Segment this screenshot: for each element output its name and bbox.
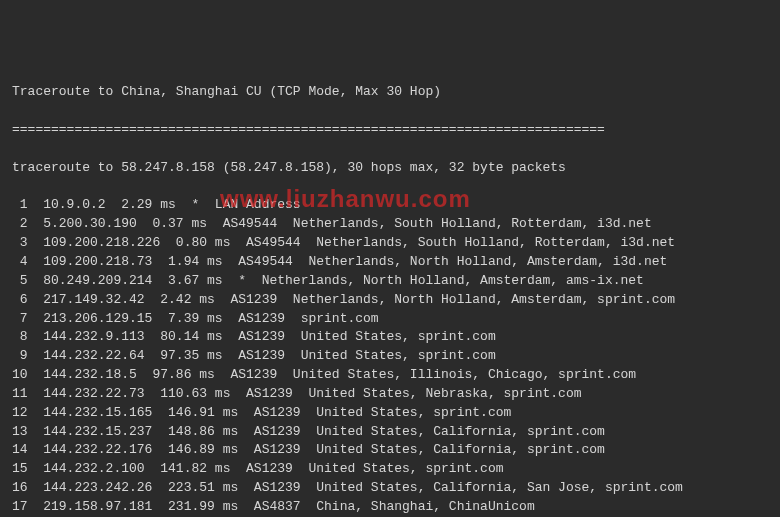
hop-row: 3 109.200.218.226 0.80 ms AS49544 Nether… [12,234,768,253]
hop-row: 2 5.200.30.190 0.37 ms AS49544 Netherlan… [12,215,768,234]
hop-row: 17 219.158.97.181 231.99 ms AS4837 China… [12,498,768,517]
hop-row: 10 144.232.18.5 97.86 ms AS1239 United S… [12,366,768,385]
hop-row: 13 144.232.15.237 148.86 ms AS1239 Unite… [12,423,768,442]
separator-line: ========================================… [12,121,768,140]
hop-row: 5 80.249.209.214 3.67 ms * Netherlands, … [12,272,768,291]
hop-row: 11 144.232.22.73 110.63 ms AS1239 United… [12,385,768,404]
hop-row: 7 213.206.129.15 7.39 ms AS1239 sprint.c… [12,310,768,329]
hop-row: 15 144.232.2.100 141.82 ms AS1239 United… [12,460,768,479]
traceroute-title: Traceroute to China, Shanghai CU (TCP Mo… [12,83,768,102]
hops-list: 1 10.9.0.2 2.29 ms * LAN Address 2 5.200… [12,196,768,517]
traceroute-header: traceroute to 58.247.8.158 (58.247.8.158… [12,159,768,178]
hop-row: 14 144.232.22.176 146.89 ms AS1239 Unite… [12,441,768,460]
hop-row: 6 217.149.32.42 2.42 ms AS1239 Netherlan… [12,291,768,310]
hop-row: 4 109.200.218.73 1.94 ms AS49544 Netherl… [12,253,768,272]
hop-row: 8 144.232.9.113 80.14 ms AS1239 United S… [12,328,768,347]
hop-row: 9 144.232.22.64 97.35 ms AS1239 United S… [12,347,768,366]
hop-row: 1 10.9.0.2 2.29 ms * LAN Address [12,196,768,215]
hop-row: 12 144.232.15.165 146.91 ms AS1239 Unite… [12,404,768,423]
hop-row: 16 144.223.242.26 223.51 ms AS1239 Unite… [12,479,768,498]
